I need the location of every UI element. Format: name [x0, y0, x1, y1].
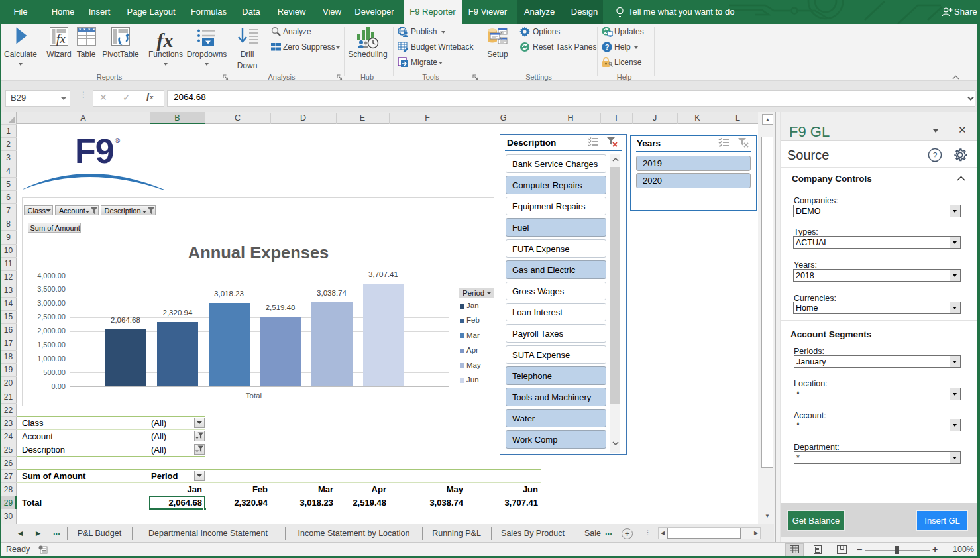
svg-text:?: ? [933, 151, 938, 160]
svg-text:fx: fx [56, 32, 66, 46]
svg-text:?: ? [605, 43, 610, 51]
